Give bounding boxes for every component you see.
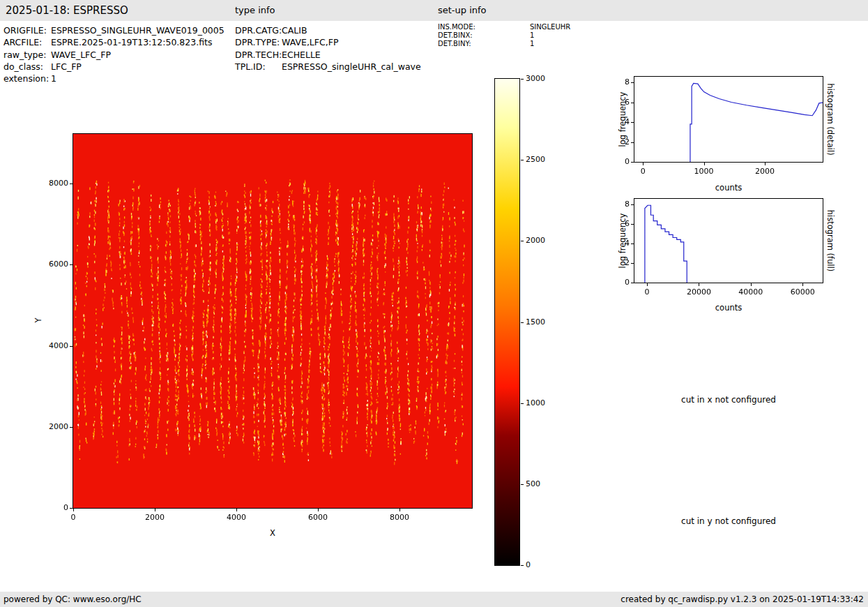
info-label: extension: — [3, 73, 51, 84]
x-tick-mark — [643, 163, 644, 165]
y-tick-mark — [631, 283, 634, 283]
histogram-full-x-label: counts — [634, 303, 823, 313]
x-tick-label: 8000 — [379, 513, 420, 522]
y-tick-label: 8 — [600, 200, 630, 209]
page-title: 2025-01-18: ESPRESSO — [6, 0, 128, 21]
y-tick-mark — [631, 263, 634, 264]
y-tick-mark — [70, 264, 73, 265]
info-label: DPR.CATG: — [235, 24, 282, 36]
info-row: INS.MODE:SINGLEUHR — [438, 23, 570, 31]
y-tick-label: 6 — [600, 98, 630, 107]
info-row: do_class:LFC_FP — [3, 61, 224, 73]
y-tick-mark — [631, 204, 634, 205]
raw-image-axes — [73, 133, 473, 509]
y-tick-mark — [631, 82, 634, 83]
info-value: CALIB — [282, 24, 307, 36]
x-tick-mark — [318, 509, 319, 511]
y-tick-label: 0 — [39, 503, 68, 512]
x-tick-label: 6000 — [297, 513, 339, 522]
colorbar — [494, 78, 520, 566]
colorbar-tick-label: 500 — [526, 479, 556, 488]
info-row: DET.BINY:1 — [438, 40, 570, 48]
histogram-full-title: histogram (full) — [825, 197, 835, 285]
y-tick-label: 0 — [600, 157, 630, 166]
colorbar-tick-mark — [521, 79, 524, 80]
colorbar-gradient — [495, 79, 519, 565]
raw-image-canvas — [73, 134, 472, 508]
header-bar: 2025-01-18: ESPRESSO type info set-up in… — [0, 0, 868, 21]
info-value: 1 — [530, 40, 534, 48]
histogram-detail-canvas — [634, 77, 823, 162]
colorbar-tick-label: 0 — [526, 560, 556, 569]
raw-x-axis-label: X — [73, 528, 472, 538]
file-info-block: ORIGFILE:ESPRESSO_SINGLEUHR_WAVE019_0005… — [3, 24, 224, 84]
x-tick-label: 0 — [626, 287, 668, 297]
colorbar-tick-mark — [521, 403, 524, 404]
x-tick-label: 40000 — [730, 287, 772, 297]
x-tick-mark — [647, 283, 648, 286]
qc-report-page: 2025-01-18: ESPRESSO type info set-up in… — [0, 0, 868, 607]
histogram-detail-x-label: counts — [634, 183, 823, 193]
x-tick-mark — [802, 283, 803, 286]
cut-y-message: cut in y not configured — [652, 516, 805, 526]
info-value: ECHELLE — [282, 49, 321, 61]
setup-info-block: INS.MODE:SINGLEUHRDET.BINX:1DET.BINY:1 — [438, 23, 570, 48]
info-row: TPL.ID:ESPRESSO_singleUHR_cal_wave — [235, 61, 421, 73]
info-row: raw_type:WAVE_LFC_FP — [3, 49, 224, 61]
x-tick-label: 20000 — [678, 287, 719, 297]
info-row: ARCFILE:ESPRE.2025-01-19T13:12:50.823.fi… — [3, 36, 224, 48]
y-tick-label: 4000 — [39, 341, 68, 350]
footer-right-text: created by qc_rawdisp.py v1.2.3 on 2025-… — [620, 592, 864, 607]
x-tick-mark — [236, 509, 237, 511]
info-value: 1 — [530, 31, 534, 40]
histogram-detail-title: histogram (detail) — [825, 75, 835, 163]
x-tick-label: 0 — [622, 167, 664, 176]
colorbar-tick-label: 1500 — [526, 317, 556, 327]
x-tick-label: 0 — [52, 513, 94, 522]
info-label: DET.BINY: — [438, 40, 530, 48]
info-value: WAVE_LFC_FP — [51, 49, 111, 61]
y-tick-label: 6 — [600, 219, 630, 228]
y-tick-label: 4 — [600, 239, 630, 248]
colorbar-tick-mark — [521, 565, 524, 566]
colorbar-tick-mark — [521, 322, 524, 323]
y-tick-label: 8000 — [39, 179, 68, 188]
x-tick-mark — [704, 163, 705, 165]
info-row: DPR.TECH:ECHELLE — [235, 49, 421, 61]
info-value: ESPRESSO_singleUHR_cal_wave — [282, 61, 421, 73]
type-info-heading: type info — [235, 0, 275, 21]
y-tick-mark — [631, 243, 634, 244]
y-tick-mark — [70, 508, 73, 509]
footer-bar: powered by QC: www.eso.org/HC created by… — [0, 592, 868, 607]
y-tick-mark — [70, 183, 73, 184]
colorbar-tick-label: 1000 — [526, 398, 556, 407]
info-label: do_class: — [3, 61, 51, 73]
info-value: LFC_FP — [51, 61, 82, 73]
x-tick-label: 4000 — [215, 513, 257, 522]
footer-left-text: powered by QC: www.eso.org/HC — [3, 592, 142, 607]
y-tick-label: 2 — [600, 258, 630, 267]
y-tick-label: 4 — [600, 117, 630, 126]
colorbar-tick-label: 2500 — [526, 155, 556, 164]
info-value: WAVE,LFC,FP — [282, 36, 338, 48]
colorbar-tick-mark — [521, 160, 524, 160]
x-tick-mark — [399, 509, 400, 511]
y-tick-mark — [70, 346, 73, 347]
y-tick-label: 2 — [600, 137, 630, 147]
info-label: DPR.TECH: — [235, 49, 282, 61]
y-tick-label: 2000 — [39, 422, 68, 431]
info-label: TPL.ID: — [235, 61, 282, 73]
x-tick-mark — [73, 509, 74, 511]
colorbar-tick-label: 3000 — [526, 74, 556, 83]
info-row: DPR.TYPE:WAVE,LFC,FP — [235, 36, 421, 48]
colorbar-tick-mark — [521, 241, 524, 241]
info-label: DET.BINX: — [438, 31, 530, 40]
info-label: ORIGFILE: — [3, 24, 51, 36]
info-value: ESPRESSO_SINGLEUHR_WAVE019_0005 — [51, 24, 224, 36]
x-tick-label: 2000 — [744, 167, 786, 176]
y-tick-mark — [631, 122, 634, 123]
type-info-block: DPR.CATG:CALIBDPR.TYPE:WAVE,LFC,FPDPR.TE… — [235, 24, 421, 73]
y-tick-label: 0 — [600, 278, 630, 287]
info-value: 1 — [51, 73, 56, 84]
x-tick-mark — [765, 163, 766, 165]
